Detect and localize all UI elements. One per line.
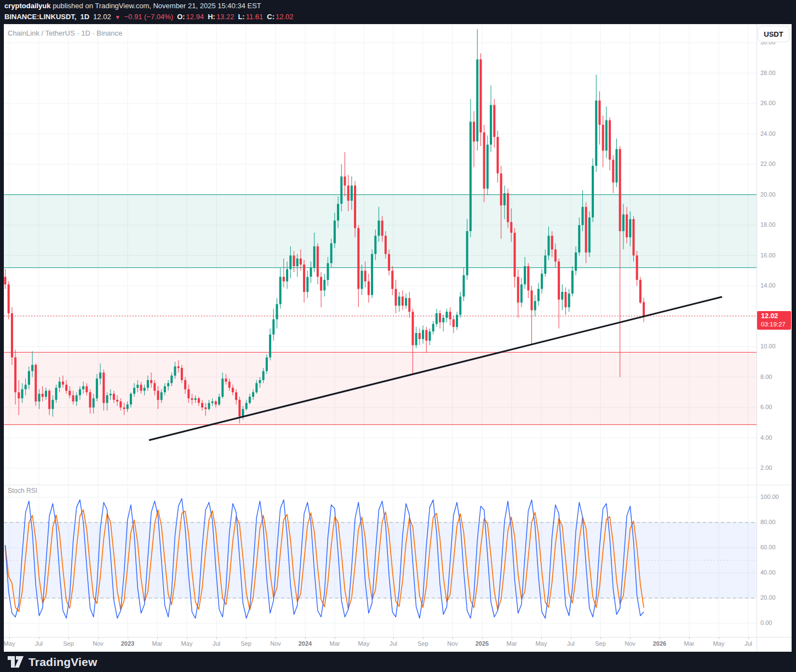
tradingview-logo-icon	[8, 656, 24, 669]
pane-separator[interactable]	[4, 485, 792, 485]
time-axis-label: 2025	[469, 640, 495, 647]
time-axis-label: Jul	[204, 640, 229, 647]
time-axis-label: Jul	[26, 640, 51, 647]
chart-title: ChainLink / TetherUS · 1D · Binance	[8, 29, 122, 37]
time-axis-tick	[216, 637, 217, 639]
time-axis-label: May	[706, 640, 731, 647]
time-axis-tick	[39, 637, 39, 639]
time-axis-tick	[335, 637, 335, 639]
indicator-label: Stoch RSI	[8, 487, 37, 495]
time-axis-tick	[393, 637, 394, 639]
current-price-value: 12.02	[761, 312, 791, 320]
time-axis-label: Sep	[588, 640, 613, 647]
price-axis-label: 18.00	[760, 221, 776, 228]
currency-button[interactable]: USDT	[758, 26, 789, 42]
time-axis-tick	[9, 637, 10, 639]
time-axis-tick	[482, 637, 483, 639]
price-axis-label: 28.00	[760, 70, 776, 76]
price-change: −0.91 (−7.04%)	[124, 13, 174, 21]
time-axis-label: Mar	[499, 640, 524, 647]
price-axis-label: 26.00	[760, 100, 776, 106]
last-price: 12.02	[93, 13, 111, 21]
symbol-name: BINANCE:LINKUSDT,	[4, 13, 76, 21]
time-axis-tick	[689, 637, 690, 639]
price-axis-label: 4.00	[760, 434, 772, 441]
price-axis-label: 2.00	[760, 464, 772, 471]
time-axis-label: 2023	[115, 640, 140, 647]
tradingview-logo[interactable]: TradingView	[8, 656, 98, 669]
byline-bar: cryptodailyuk published on TradingView.c…	[4, 2, 261, 10]
high-readout: H:13.22	[208, 13, 234, 21]
time-axis-label: May	[529, 640, 554, 647]
time-axis-label: Mar	[322, 640, 347, 647]
time-axis-tick	[423, 637, 423, 639]
time-axis-label: Mar	[677, 640, 702, 647]
time-axis-label: Nov	[440, 640, 465, 647]
time-axis-tick	[98, 637, 99, 639]
price-axis-label: 6.00	[760, 404, 772, 410]
time-axis-label: Nov	[263, 640, 288, 647]
stoch-axis-label: 100.00	[760, 493, 779, 500]
price-axis-border	[757, 24, 757, 652]
time-axis-tick	[364, 637, 364, 639]
open-readout: O:12.94	[177, 13, 204, 21]
price-axis-label: 22.00	[760, 160, 776, 167]
time-axis-label: Sep	[56, 640, 81, 647]
time-axis-tick	[305, 637, 306, 639]
time-axis-label: Jul	[558, 640, 583, 647]
time-axis-label: Mar	[145, 640, 170, 647]
close-readout: C:12.02	[267, 13, 293, 21]
time-axis-label: May	[351, 640, 376, 647]
time-axis-label: Jul	[381, 640, 406, 647]
current-price-label: 12.02 03:19:27	[757, 311, 791, 330]
time-axis-tick	[600, 637, 601, 639]
time-axis-tick	[512, 637, 512, 639]
symbol-bar: BINANCE:LINKUSDT, 1D 12.02 ▼ −0.91 (−7.0…	[4, 13, 294, 21]
time-axis-tick	[571, 637, 571, 639]
price-axis-label: 14.00	[760, 282, 776, 289]
time-axis-tick	[453, 637, 453, 639]
price-axis-label: 8.00	[760, 374, 772, 380]
bar-countdown: 03:19:27	[761, 320, 791, 328]
time-axis-border	[4, 637, 792, 637]
time-axis-label: Nov	[617, 640, 643, 647]
timeframe: 1D	[80, 13, 89, 21]
time-axis-tick	[157, 637, 158, 639]
chart-canvas[interactable]	[0, 0, 796, 672]
stoch-axis-label: 0.00	[760, 619, 772, 626]
time-axis-label: Jul	[736, 640, 761, 647]
tradingview-brand-text: TradingView	[28, 656, 98, 669]
time-axis-tick	[68, 637, 69, 639]
stoch-axis-label: 40.00	[760, 569, 776, 576]
time-axis-tick	[630, 637, 631, 639]
time-axis-label: 2026	[647, 640, 672, 647]
time-axis-tick	[719, 637, 719, 639]
time-axis-label: 2024	[293, 640, 318, 647]
price-axis-label: 20.00	[760, 191, 776, 198]
price-axis-label: 16.00	[760, 252, 776, 259]
time-axis-tick	[748, 637, 749, 639]
byline-text: published on TradingView.com, November 2…	[51, 2, 261, 10]
time-axis-tick	[128, 637, 128, 639]
price-axis-label: 10.00	[760, 343, 776, 349]
footer-bar: TradingView	[0, 652, 796, 672]
price-axis-label: 24.00	[760, 130, 776, 137]
time-axis-tick	[660, 637, 660, 639]
time-axis-label: May	[174, 640, 199, 647]
time-axis-label: Nov	[85, 640, 111, 647]
time-axis-label: Sep	[410, 640, 436, 647]
stoch-axis-label: 80.00	[760, 519, 776, 525]
time-axis-tick	[276, 637, 276, 639]
tradingview-published-chart: cryptodailyuk published on TradingView.c…	[0, 0, 796, 672]
time-axis-label: Sep	[233, 640, 259, 647]
time-axis-tick	[187, 637, 187, 639]
byline-username: cryptodailyuk	[4, 2, 51, 10]
stoch-axis-label: 60.00	[760, 544, 776, 550]
time-axis-tick	[541, 637, 542, 639]
low-readout: L:11.61	[238, 13, 263, 21]
time-axis-tick	[246, 637, 247, 639]
time-axis-label: May	[0, 640, 22, 647]
down-triangle-icon: ▼	[115, 14, 121, 20]
stoch-axis-label: 20.00	[760, 594, 776, 601]
